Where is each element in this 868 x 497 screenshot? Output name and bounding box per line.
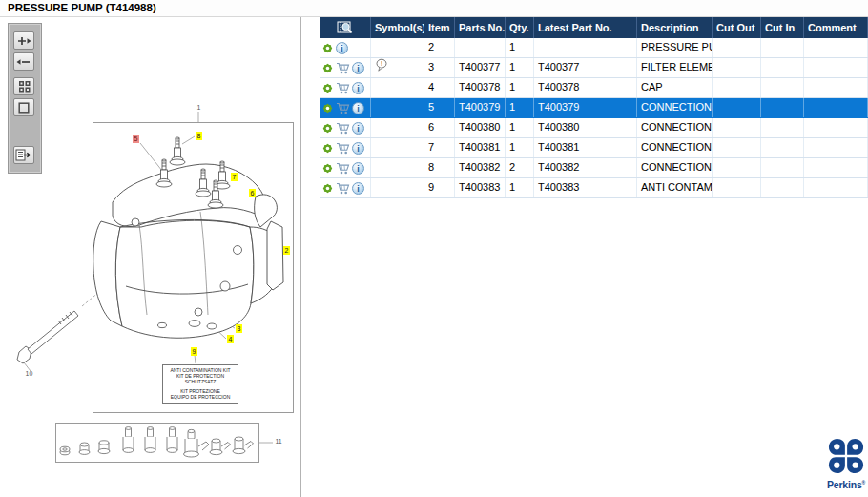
cart-icon[interactable] bbox=[336, 162, 350, 175]
callout-11: 11 bbox=[274, 437, 283, 445]
gear-icon[interactable] bbox=[321, 142, 334, 155]
info-icon[interactable]: i bbox=[352, 162, 364, 175]
gear-icon[interactable] bbox=[321, 82, 334, 94]
parts-no-cell: T400381 bbox=[455, 138, 506, 157]
callout-1: 1 bbox=[196, 103, 202, 112]
gear-icon[interactable] bbox=[321, 182, 334, 195]
cut-in-cell bbox=[761, 138, 804, 157]
callout-3[interactable]: 3 bbox=[236, 324, 242, 333]
col-header-comment: Comment bbox=[804, 17, 868, 38]
cut-out-cell bbox=[713, 78, 761, 97]
table-header-row: Symbol(s)ItemParts No.Qty.Latest Part No… bbox=[320, 17, 868, 38]
col-header-symbols: Symbol(s) bbox=[371, 17, 424, 38]
callout-8[interactable]: 8 bbox=[196, 132, 202, 140]
info-icon[interactable]: i bbox=[352, 182, 364, 195]
cart-icon[interactable] bbox=[336, 102, 350, 114]
gear-icon[interactable] bbox=[321, 122, 334, 135]
cut-out-cell bbox=[713, 98, 761, 117]
parts-row-9[interactable]: i9T4003831T400383ANTI CONTAMINATION KIT bbox=[320, 178, 868, 198]
square-icon bbox=[18, 102, 30, 114]
gear-icon[interactable] bbox=[321, 162, 334, 175]
item-cell: 2 bbox=[424, 38, 455, 57]
gear-icon[interactable] bbox=[321, 62, 334, 74]
comment-cell bbox=[804, 178, 868, 197]
latest-part-no-cell: T400379 bbox=[534, 98, 637, 117]
info-icon[interactable]: i bbox=[336, 42, 348, 54]
zoom-out-icon bbox=[15, 56, 32, 68]
cart-icon[interactable] bbox=[336, 182, 350, 195]
qty-cell: 1 bbox=[506, 98, 534, 117]
col-header-item: Item bbox=[424, 17, 455, 38]
row-actions: i bbox=[320, 118, 371, 137]
parts-row-8[interactable]: i8T4003822T400382CONNECTION bbox=[320, 158, 868, 178]
latest-part-no-cell: T400377 bbox=[534, 58, 637, 77]
zoom-in-button[interactable] bbox=[13, 31, 34, 50]
info-icon[interactable]: i bbox=[352, 102, 364, 114]
callout-6[interactable]: 6 bbox=[249, 189, 256, 197]
symbol-cell bbox=[371, 178, 424, 197]
parts-row-6[interactable]: i6T4003801T400380CONNECTION bbox=[320, 118, 868, 138]
cut-in-cell bbox=[761, 118, 804, 137]
parts-no-cell: T400380 bbox=[455, 118, 506, 137]
gear-icon[interactable] bbox=[321, 102, 334, 114]
qty-cell: 2 bbox=[506, 158, 534, 177]
callout-9[interactable]: 9 bbox=[191, 347, 197, 356]
comment-cell bbox=[804, 58, 868, 77]
parts-row-3[interactable]: i!3T4003771T400377FILTER ELEMENT bbox=[320, 58, 868, 78]
item-cell: 5 bbox=[424, 98, 455, 117]
callout-5[interactable]: 5 bbox=[133, 135, 139, 143]
thumbnail-grid-button[interactable] bbox=[13, 77, 34, 95]
qty-cell: 1 bbox=[506, 38, 534, 57]
symbol-cell bbox=[371, 78, 424, 97]
cart-icon[interactable] bbox=[336, 62, 350, 74]
info-icon[interactable]: i bbox=[352, 122, 364, 135]
row-actions: i bbox=[320, 98, 371, 117]
callout-7[interactable]: 7 bbox=[231, 173, 238, 181]
cut-out-cell bbox=[713, 58, 761, 77]
info-icon[interactable]: i bbox=[352, 82, 364, 94]
parts-no-cell: T400383 bbox=[455, 178, 506, 197]
latest-part-no-cell: T400383 bbox=[534, 178, 637, 197]
description-cell: PRESSURE PUMP bbox=[637, 38, 713, 57]
cart-icon[interactable] bbox=[336, 142, 350, 155]
parts-row-4[interactable]: i4T4003781T400378CAP bbox=[320, 78, 868, 98]
item-cell: 8 bbox=[424, 158, 455, 177]
page-title: PRESSURE PUMP (T414988) bbox=[8, 2, 156, 13]
description-cell: CONNECTION bbox=[637, 98, 713, 117]
parts-no-cell: T400378 bbox=[455, 78, 506, 97]
callout-2[interactable]: 2 bbox=[283, 246, 290, 255]
comment-cell bbox=[804, 78, 868, 97]
description-cell: CAP bbox=[637, 78, 713, 97]
info-icon[interactable]: i bbox=[352, 62, 364, 74]
cart-icon[interactable] bbox=[336, 82, 350, 94]
note-balloon-icon: ! bbox=[375, 58, 388, 72]
item-cell: 3 bbox=[424, 58, 455, 77]
description-cell: CONNECTION bbox=[637, 138, 713, 157]
qty-cell: 1 bbox=[506, 138, 534, 157]
qty-cell: 1 bbox=[506, 78, 534, 97]
latest-part-no-cell: T400381 bbox=[534, 138, 637, 157]
callout-4[interactable]: 4 bbox=[227, 335, 234, 343]
pane-divider[interactable] bbox=[300, 17, 301, 497]
comment-cell bbox=[804, 38, 868, 57]
cut-in-cell bbox=[761, 58, 804, 77]
parts-row-2[interactable]: i21PRESSURE PUMP bbox=[320, 38, 868, 58]
perkins-logo: Perkins® bbox=[824, 438, 868, 490]
col-header-actions[interactable] bbox=[320, 17, 371, 38]
info-icon[interactable]: i bbox=[352, 142, 364, 155]
cut-out-cell bbox=[713, 38, 761, 57]
full-view-button[interactable] bbox=[13, 98, 34, 116]
parts-row-5[interactable]: i5T4003791T400379CONNECTION bbox=[320, 98, 868, 118]
parts-no-cell: T400382 bbox=[455, 158, 506, 177]
row-actions: i bbox=[320, 178, 371, 197]
cart-icon[interactable] bbox=[336, 122, 350, 135]
send-to-list-button[interactable] bbox=[13, 146, 34, 164]
gear-icon[interactable] bbox=[321, 42, 334, 54]
latest-part-no-cell: T400378 bbox=[534, 78, 637, 97]
qty-cell: 1 bbox=[506, 178, 534, 197]
col-header-description: Description bbox=[637, 17, 713, 38]
parts-row-7[interactable]: i7T4003811T400381CONNECTION bbox=[320, 138, 868, 158]
cut-in-cell bbox=[761, 38, 804, 57]
callout-10: 10 bbox=[24, 369, 34, 378]
zoom-out-button[interactable] bbox=[13, 52, 34, 71]
